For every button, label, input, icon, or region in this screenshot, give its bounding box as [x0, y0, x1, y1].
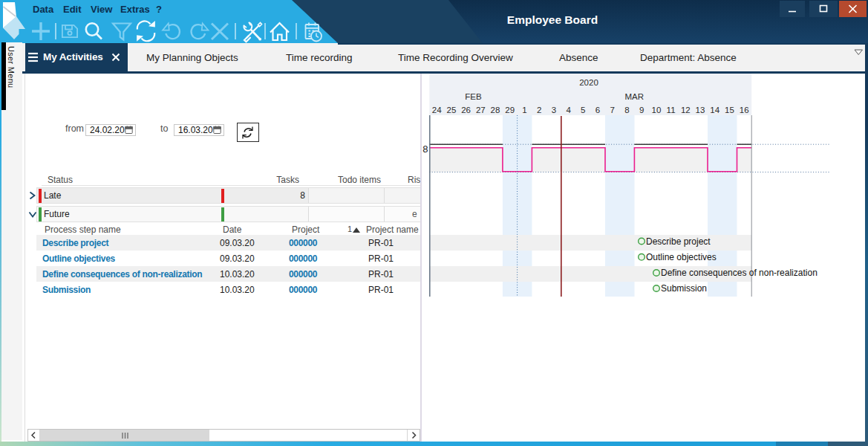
svg-text:Outline objectives: Outline objectives [646, 252, 717, 262]
svg-text:Define consequences of non-rea: Define consequences of non-realization [661, 268, 818, 278]
svg-text:1: 1 [522, 106, 526, 114]
svg-text:29: 29 [505, 106, 515, 114]
svg-text:Describe project: Describe project [646, 236, 711, 247]
svg-text:4: 4 [566, 106, 571, 114]
svg-text:8: 8 [422, 143, 428, 155]
svg-text:5: 5 [581, 106, 585, 114]
svg-text:10: 10 [652, 106, 662, 114]
svg-text:7: 7 [610, 106, 614, 114]
svg-text:11: 11 [667, 106, 676, 114]
svg-text:8: 8 [624, 106, 629, 114]
svg-text:14: 14 [710, 106, 719, 114]
svg-text:12: 12 [681, 106, 691, 114]
svg-text:13: 13 [696, 106, 705, 114]
svg-text:2020: 2020 [579, 78, 598, 87]
svg-text:16: 16 [740, 106, 749, 114]
svg-text:9: 9 [639, 106, 644, 114]
svg-text:27: 27 [476, 106, 486, 114]
svg-text:25: 25 [447, 106, 457, 114]
svg-text:15: 15 [725, 106, 734, 114]
svg-text:MAR: MAR [625, 92, 645, 101]
svg-text:2: 2 [537, 106, 541, 114]
svg-text:28: 28 [491, 106, 500, 114]
svg-text:3: 3 [552, 106, 556, 114]
svg-text:24: 24 [432, 106, 442, 114]
svg-text:6: 6 [595, 106, 600, 114]
svg-text:FEB: FEB [465, 92, 482, 101]
svg-text:26: 26 [461, 106, 471, 114]
svg-text:Submission: Submission [661, 283, 707, 294]
